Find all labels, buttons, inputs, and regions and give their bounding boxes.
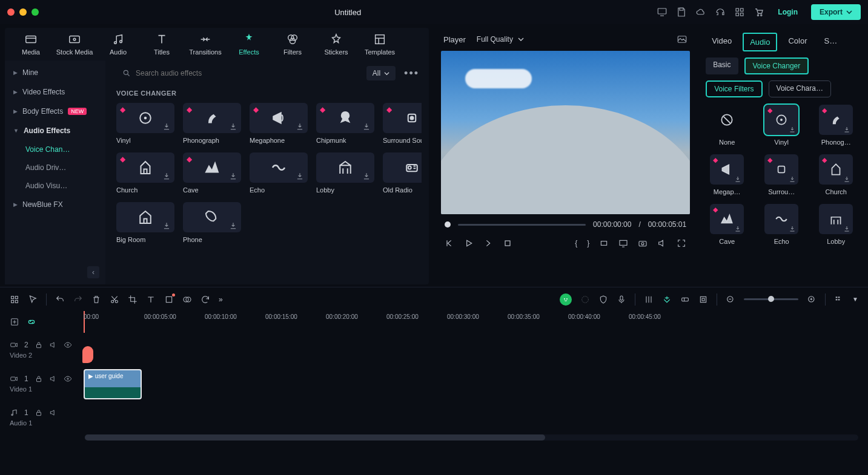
effect-card[interactable]: ◆Megaphone — [250, 103, 308, 144]
tab-effects[interactable]: Effects — [229, 33, 269, 56]
link-track-icon[interactable] — [27, 317, 36, 327]
preset-item[interactable]: ◆Church — [815, 154, 857, 195]
save-icon[interactable] — [676, 7, 687, 18]
delete-icon[interactable] — [91, 295, 101, 304]
camera-icon[interactable] — [638, 238, 648, 248]
mute-icon[interactable] — [49, 341, 58, 349]
sidebar-collapse-button[interactable]: ‹ — [87, 266, 99, 278]
mute-icon[interactable] — [49, 408, 58, 417]
preset-item[interactable]: ◆Megap… — [706, 154, 748, 195]
track-body[interactable]: ▶ user guide — [79, 367, 868, 401]
shield-icon[interactable] — [598, 295, 608, 304]
download-icon[interactable] — [229, 122, 237, 131]
sidebar-sub-item[interactable]: Voice Chan… — [5, 140, 105, 159]
mixer-icon[interactable] — [644, 295, 654, 304]
marker-icon[interactable] — [698, 295, 708, 304]
more-button[interactable]: ••• — [402, 67, 422, 80]
cut-icon[interactable] — [110, 295, 119, 304]
video-preview[interactable] — [441, 51, 690, 214]
tab-audio[interactable]: Audio — [98, 33, 138, 56]
preset-item[interactable]: Echo — [760, 204, 803, 245]
preset-item[interactable]: ◆Surrou… — [760, 154, 803, 195]
playhead-dot[interactable] — [445, 221, 451, 228]
fullscreen-icon[interactable] — [677, 238, 686, 248]
preset-item[interactable]: Lobby — [815, 204, 857, 245]
filter-all-dropdown[interactable]: All — [366, 66, 396, 80]
download-icon[interactable] — [734, 225, 741, 232]
download-icon[interactable] — [843, 225, 850, 232]
lock-icon[interactable] — [35, 341, 43, 349]
login-button[interactable]: Login — [773, 5, 803, 19]
magnet-icon[interactable] — [662, 295, 672, 304]
text-icon[interactable] — [146, 295, 156, 304]
tab-stickers[interactable]: Stickers — [316, 33, 356, 56]
snapshot-icon[interactable] — [677, 34, 687, 45]
layout-icon[interactable] — [834, 295, 844, 304]
download-icon[interactable] — [296, 122, 304, 131]
link-icon[interactable] — [680, 295, 690, 304]
effect-card[interactable]: Old Radio — [383, 152, 422, 194]
globe-icon[interactable] — [580, 295, 590, 304]
mic-icon[interactable] — [617, 295, 626, 304]
redo-icon[interactable] — [73, 295, 83, 304]
desktop-icon[interactable] — [657, 7, 668, 18]
scale-icon[interactable] — [164, 295, 174, 304]
undo-icon[interactable] — [55, 295, 65, 304]
rotate-icon[interactable] — [200, 295, 210, 304]
download-icon[interactable] — [789, 126, 796, 133]
sidebar-item-body-effects[interactable]: ▶Body EffectsNEW — [5, 102, 105, 121]
download-icon[interactable] — [229, 172, 237, 180]
effect-card[interactable]: Echo — [250, 152, 308, 194]
download-icon[interactable] — [162, 221, 171, 230]
effect-card[interactable]: Big Room — [116, 202, 174, 243]
sidebar-sub-item[interactable]: Audio Visu… — [5, 177, 105, 195]
download-icon[interactable] — [789, 175, 796, 183]
effect-card[interactable]: ◆Chipmunk — [316, 103, 374, 144]
volume-icon[interactable] — [657, 238, 667, 248]
next-frame-button[interactable] — [483, 238, 493, 248]
timeline-ruler[interactable]: 00:0000:00:05:0000:00:10:0000:00:15:0000… — [79, 311, 868, 333]
prev-frame-button[interactable] — [445, 238, 454, 248]
download-icon[interactable] — [296, 172, 304, 180]
sidebar-item-newblue[interactable]: ▶NewBlue FX — [5, 195, 105, 214]
download-icon[interactable] — [229, 221, 237, 230]
export-button[interactable]: Export — [811, 4, 861, 20]
inspector-pill[interactable]: Voice Filters — [706, 80, 762, 97]
chevron-down-icon[interactable]: ▼ — [852, 296, 858, 303]
apps-icon[interactable] — [734, 7, 745, 18]
inspector-tab[interactable]: Video — [706, 33, 738, 51]
track-body[interactable] — [79, 401, 868, 434]
effect-card[interactable]: ◆Church — [116, 152, 174, 194]
minimize-window[interactable] — [19, 8, 27, 16]
effect-card[interactable]: ◆Phonograph — [183, 103, 241, 144]
preset-item[interactable]: ◆Vinyl — [760, 105, 803, 146]
add-track-icon[interactable] — [10, 317, 19, 327]
tab-templates[interactable]: Templates — [360, 33, 400, 56]
download-icon[interactable] — [734, 175, 741, 183]
download-icon[interactable] — [362, 172, 371, 180]
track-body[interactable] — [79, 333, 868, 367]
inspector-pill[interactable]: Voice Chara… — [769, 80, 831, 97]
tab-media[interactable]: Media — [11, 33, 51, 56]
crop-icon[interactable] — [128, 295, 137, 304]
mark-out-button[interactable]: } — [587, 239, 589, 247]
effect-card[interactable]: ◆Vinyl — [116, 103, 174, 144]
download-icon[interactable] — [843, 175, 850, 183]
effect-card[interactable]: Phone — [183, 202, 241, 243]
inspector-tab[interactable]: Audio — [743, 33, 777, 51]
sidebar-item-mine[interactable]: ▶Mine — [5, 63, 105, 82]
more-tools-icon[interactable]: » — [219, 295, 223, 304]
download-icon[interactable] — [362, 122, 371, 131]
cart-icon[interactable] — [754, 7, 764, 18]
preset-item[interactable]: None — [706, 105, 748, 146]
grid-icon[interactable] — [10, 295, 19, 304]
zoom-slider[interactable] — [744, 298, 798, 300]
maximize-window[interactable] — [31, 8, 39, 16]
inspector-tab[interactable]: S… — [818, 33, 844, 51]
tab-stock[interactable]: Stock Media — [55, 33, 94, 56]
eye-icon[interactable] — [64, 341, 72, 349]
play-button[interactable] — [464, 238, 474, 248]
zoom-in-icon[interactable] — [807, 295, 817, 304]
sidebar-item-video-effects[interactable]: ▶Video Effects — [5, 82, 105, 102]
inspector-subtab[interactable]: Voice Changer — [744, 57, 809, 74]
